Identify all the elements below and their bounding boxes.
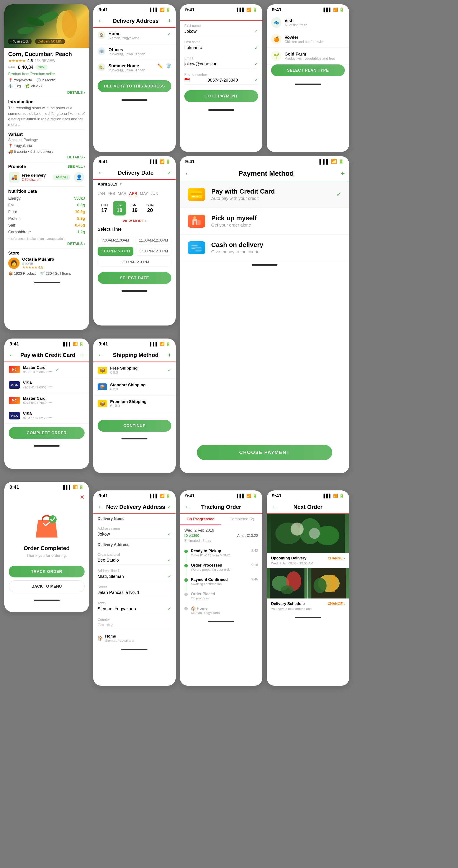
month-jan[interactable]: JAN <box>98 191 105 196</box>
confirm-button[interactable]: ✓ <box>168 504 171 509</box>
timeslot-1300[interactable]: 13.00PM-15.00PM <box>98 247 133 256</box>
select-date-button[interactable]: SELECT DATE <box>98 272 171 284</box>
timeslot-1100[interactable]: 11.00AM-12.00PM <box>135 236 171 245</box>
screen-title: Next Order <box>277 504 339 510</box>
view-more-link[interactable]: VIEW MORE › <box>93 218 176 225</box>
shipping-standard[interactable]: 📦 Standart Shipping € 2.0 <box>93 379 176 395</box>
address-summerhome[interactable]: 🏡 Summer Home Purworeji, Jawa Tengah ✏️ … <box>93 60 176 76</box>
timeslot-1700[interactable]: 17.00PM-12.00PM <box>135 247 171 256</box>
card-mc-1[interactable]: MC Master Card 9633 1095 8063 **** ✓ <box>4 362 89 377</box>
add-card-button[interactable]: + <box>81 351 85 359</box>
back-button[interactable]: ← <box>184 503 190 510</box>
step-home-sub: Sleman, Yogyakarta <box>191 611 258 615</box>
payment-pickup[interactable]: Pick up myself Get your order alone <box>180 208 349 235</box>
firstname-value[interactable]: Jokow ✓ <box>184 29 258 36</box>
card-mc-2-info: Master Card 5078 9425 7560 **** <box>23 396 53 404</box>
delete-address-icon[interactable]: 🗑️ <box>166 63 171 69</box>
day-19[interactable]: SAT 19 <box>128 201 141 215</box>
add-address-button[interactable]: + <box>168 18 171 24</box>
edit-address-icon[interactable]: ✏️ <box>158 63 163 69</box>
track-order-button[interactable]: TRACK ORDER <box>9 566 85 578</box>
address-offices[interactable]: 🏢 Offices Purworeji, Jawa Tengah <box>93 44 176 60</box>
back-button[interactable]: ← <box>184 169 192 178</box>
card-visa-2[interactable]: VISA VISA 8784 1187 6263 **** <box>4 408 89 424</box>
status-bar: 9:41 ▌▌▌ 📶 🔋 <box>267 4 349 14</box>
day-20[interactable]: SUN 20 <box>143 201 157 215</box>
timeslot-730[interactable]: 7.30AM-11.00AM <box>98 236 133 245</box>
see-all-link[interactable]: SEE ALL › <box>67 164 85 169</box>
month-may[interactable]: MAY <box>140 191 148 196</box>
upcoming-change-button[interactable]: CHANGE › <box>328 556 345 560</box>
delivery-change-button[interactable]: CHANGE › <box>328 602 345 606</box>
address-name-value[interactable]: Jokow ✓ <box>98 531 171 538</box>
choose-payment-button[interactable]: CHOOSE PAYMENT <box>197 445 332 460</box>
month-feb[interactable]: FEB <box>107 191 115 196</box>
status-icons: ▌▌▌ 📶 🔋 <box>63 485 84 490</box>
card-mc-2[interactable]: MC Master Card 5078 9425 7560 **** <box>4 393 89 408</box>
year-month-selector[interactable]: April 2019 ▼ <box>93 180 176 189</box>
status-bar: 9:41 ▌▌▌ 📶 🔋 <box>267 490 349 500</box>
timeslot-1700b[interactable]: 17.00PM-12.00PM <box>98 258 171 267</box>
cod-title: Cash on delivery <box>211 241 341 248</box>
day-18[interactable]: FRI 18 <box>113 201 126 215</box>
back-to-menu-button[interactable]: BACK TO MENU <box>9 581 85 592</box>
day-17[interactable]: THU 17 <box>98 201 111 215</box>
month-mar[interactable]: MAR <box>118 191 126 196</box>
back-button[interactable]: ← <box>98 351 104 359</box>
store-label: STORE <box>22 262 54 266</box>
payment-cod[interactable]: Cash on delivery Give money to the couri… <box>180 235 349 261</box>
asksd-badge[interactable]: ASKSD <box>53 175 70 180</box>
country-value[interactable]: Country <box>98 622 171 629</box>
seller-goldfarm[interactable]: 🌱 Gold Farm Product with vegetables and … <box>267 48 349 64</box>
nutrition-details[interactable]: DETAILS › <box>8 242 85 246</box>
svg-rect-12 <box>197 220 201 225</box>
add-shipping-button[interactable]: + <box>168 351 171 359</box>
tab-completed[interactable]: Completed (2) <box>221 514 262 525</box>
shipping-premium[interactable]: 📦 Premium Shipping € 10.0 <box>93 395 176 412</box>
seller-vowler[interactable]: 🍊 Vowler Chicken and beef browler <box>267 31 349 48</box>
back-button[interactable]: ← <box>9 351 15 359</box>
street-value[interactable]: Jalan Pancasila No. 1 <box>98 590 171 597</box>
address-home[interactable]: 🏠 Home Sleman, Yogyakarta ✓ <box>93 28 176 44</box>
time-display: 9:41 <box>98 7 108 12</box>
delivery-button[interactable]: DELIVERY TO THIS ADDRESS <box>98 80 171 92</box>
screen-header: ← New Delivery Address ✓ <box>93 500 176 514</box>
month-jun[interactable]: JUN <box>151 191 158 196</box>
select-plan-button[interactable]: SELECT PLAN TYPE <box>271 64 345 76</box>
tab-on-progress[interactable]: On Progressed <box>180 514 221 525</box>
lastname-value[interactable]: Luknanto ✓ <box>184 45 258 52</box>
back-button[interactable]: ← <box>98 18 104 24</box>
month-apr[interactable]: APR <box>129 191 137 196</box>
variant-label: 🌿 Vir A / 8 <box>25 84 43 88</box>
firstname-label: First name <box>184 24 258 28</box>
price-new: € 40,34 <box>18 64 33 70</box>
shipping-free[interactable]: 📦 Free Shipping € 0.0 ✓ <box>93 362 176 379</box>
close-button[interactable]: ✕ <box>80 494 85 501</box>
add-payment-button[interactable]: + <box>340 169 345 178</box>
org-value[interactable]: Bee Studio ✓ <box>98 557 171 565</box>
card-visa-1[interactable]: VISA VISA 4953 4147 0903 **** <box>4 377 89 393</box>
payment-cc[interactable]: Pay with Credit Card Auto pay with your … <box>180 181 349 208</box>
pickup-title: Pick up myself <box>211 214 341 222</box>
card-visa-2-info: VISA 8784 1187 6263 **** <box>23 412 53 420</box>
town-field: Town Sleman, Yogyakarta ✓ <box>93 598 176 615</box>
address-offices-info: Offices Purworeji, Jawa Tengah <box>108 47 171 56</box>
variant-details[interactable]: DETAILS › <box>8 155 85 159</box>
back-button[interactable]: ← <box>271 503 277 510</box>
complete-order-button[interactable]: COMPLETE ORDER <box>9 427 85 439</box>
vish-name: Vish <box>285 18 307 23</box>
confirm-check[interactable]: ✓ <box>168 170 171 175</box>
seller-vish[interactable]: 🐟 Vish All of fish fresh <box>267 14 349 31</box>
details-link[interactable]: DETAILS › <box>8 91 85 95</box>
back-button[interactable]: ← <box>98 503 104 510</box>
personal-info-screen: 9:41 ▌▌▌ 📶 🔋 First name Jokow ✓ Last nam… <box>180 4 262 152</box>
step-placed-sub: On progress <box>191 596 258 600</box>
goldfarm-name: Gold Farm <box>285 52 335 57</box>
goto-payment-button[interactable]: GOTO PAYMENT <box>184 90 258 102</box>
back-button[interactable]: ← <box>98 169 104 176</box>
phone-value[interactable]: 🇮🇩 085747-293840 ✓ <box>184 78 258 85</box>
town-value[interactable]: Sleman, Yogyakarta ✓ <box>98 606 171 613</box>
email-value[interactable]: jokow@cabe.com ✓ <box>184 61 258 68</box>
continue-button[interactable]: CONTINUE <box>98 420 171 432</box>
addr1-value[interactable]: Mlati, Sleman ✓ <box>98 574 171 581</box>
